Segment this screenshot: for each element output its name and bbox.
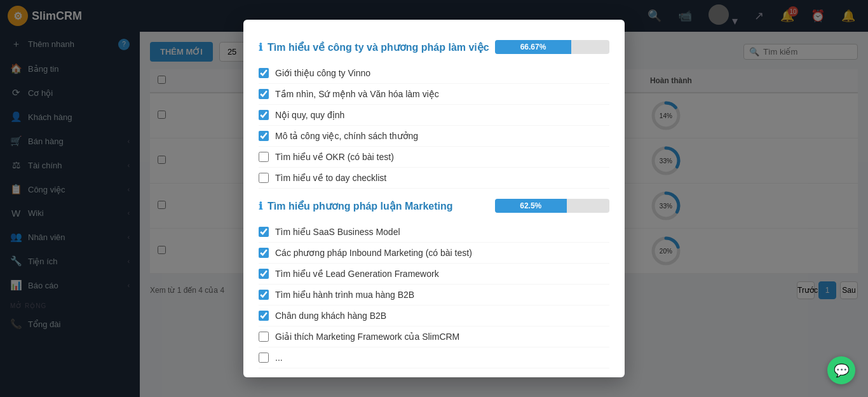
info-icon-1: ℹ bbox=[259, 41, 262, 53]
checklist-section-1: Giới thiệu công ty Vinno Tầm nhìn, Sứ mệ… bbox=[259, 63, 609, 189]
checklist-label-1-5[interactable]: Tìm hiểu về OKR (có bài test) bbox=[275, 152, 394, 162]
checklist-label-2-3[interactable]: Tìm hiểu về Lead Generation Framework bbox=[275, 269, 439, 279]
checkbox-2-2[interactable] bbox=[259, 248, 269, 258]
checklist-item-2-4: Tìm hiểu hành trình mua hàng B2B bbox=[259, 285, 609, 306]
checklist-item-1-1: Giới thiệu công ty Vinno bbox=[259, 63, 609, 84]
section-title-2: ℹ Tìm hiểu phương pháp luận Marketing bbox=[259, 200, 453, 212]
checklist-label-1-2[interactable]: Tầm nhìn, Sứ mệnh và Văn hóa làm việc bbox=[275, 89, 439, 99]
checklist-item-2-3: Tìm hiểu về Lead Generation Framework bbox=[259, 264, 609, 285]
checklist-label-2-6[interactable]: Giải thích Marketing Framework của SlimC… bbox=[275, 332, 459, 342]
checklist-label-1-1[interactable]: Giới thiệu công ty Vinno bbox=[275, 68, 370, 78]
progress-fill-1: 66.67% bbox=[495, 40, 571, 54]
checklist-label-2-2[interactable]: Các phương pháp Inbound Marketing (có bà… bbox=[275, 248, 472, 258]
checkbox-2-5[interactable] bbox=[259, 311, 269, 321]
checklist-item-1-4: Mô tả công việc, chính sách thưởng bbox=[259, 126, 609, 147]
section-title-1: ℹ Tìm hiểu về công ty và phương pháp làm… bbox=[259, 41, 489, 53]
checklist-item-2-2: Các phương pháp Inbound Marketing (có bà… bbox=[259, 243, 609, 264]
chat-button[interactable]: 💬 bbox=[827, 356, 855, 384]
checklist-item-1-2: Tầm nhìn, Sứ mệnh và Văn hóa làm việc bbox=[259, 84, 609, 105]
modal-overlay[interactable]: ℹ Tìm hiểu về công ty và phương pháp làm… bbox=[0, 0, 868, 397]
checklist-item-1-3: Nội quy, quy định bbox=[259, 105, 609, 126]
checkbox-2-1[interactable] bbox=[259, 227, 269, 237]
checkbox-1-3[interactable] bbox=[259, 110, 269, 120]
progress-bar-2: 62.5% bbox=[495, 199, 609, 213]
checklist-label-2-1[interactable]: Tìm hiểu SaaS Business Model bbox=[275, 227, 400, 237]
checklist-item-2-6: Giải thích Marketing Framework của SlimC… bbox=[259, 326, 609, 347]
checkbox-2-4[interactable] bbox=[259, 290, 269, 300]
section-header-2: ℹ Tìm hiểu phương pháp luận Marketing 62… bbox=[259, 199, 609, 213]
checklist-item-2-1: Tìm hiểu SaaS Business Model bbox=[259, 222, 609, 243]
checkbox-2-3[interactable] bbox=[259, 269, 269, 279]
modal: ℹ Tìm hiểu về công ty và phương pháp làm… bbox=[243, 20, 625, 377]
checkbox-1-1[interactable] bbox=[259, 68, 269, 78]
checklist-item-1-5: Tìm hiểu về OKR (có bài test) bbox=[259, 147, 609, 168]
checklist-label-2-5[interactable]: Chân dung khách hàng B2B bbox=[275, 311, 386, 321]
progress-bar-1: 66.67% bbox=[495, 40, 609, 54]
checklist-item-2-5: Chân dung khách hàng B2B bbox=[259, 306, 609, 326]
checkbox-1-4[interactable] bbox=[259, 131, 269, 141]
checkbox-1-5[interactable] bbox=[259, 152, 269, 162]
checklist-section-2: Tìm hiểu SaaS Business Model Các phương … bbox=[259, 222, 609, 368]
progress-fill-2: 62.5% bbox=[495, 199, 567, 213]
checklist-label-1-3[interactable]: Nội quy, quy định bbox=[275, 110, 344, 120]
checklist-item-2-7: ... bbox=[259, 347, 609, 368]
section-header-1: ℹ Tìm hiểu về công ty và phương pháp làm… bbox=[259, 40, 609, 54]
checkbox-2-7[interactable] bbox=[259, 353, 269, 363]
checkbox-1-6[interactable] bbox=[259, 173, 269, 183]
checklist-label-2-7: ... bbox=[275, 353, 283, 363]
checklist-label-1-4[interactable]: Mô tả công việc, chính sách thưởng bbox=[275, 131, 418, 141]
checklist-item-1-6: Tìm hiểu về to day checklist bbox=[259, 168, 609, 189]
checklist-label-1-6[interactable]: Tìm hiểu về to day checklist bbox=[275, 173, 386, 183]
checklist-label-2-4[interactable]: Tìm hiểu hành trình mua hàng B2B bbox=[275, 290, 414, 300]
info-icon-2: ℹ bbox=[259, 200, 262, 212]
checkbox-2-6[interactable] bbox=[259, 332, 269, 342]
chat-icon: 💬 bbox=[834, 363, 850, 378]
checkbox-1-2[interactable] bbox=[259, 89, 269, 99]
